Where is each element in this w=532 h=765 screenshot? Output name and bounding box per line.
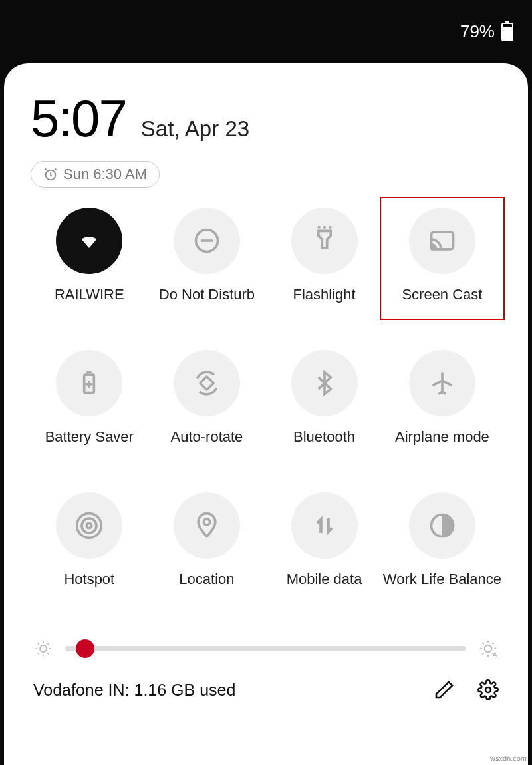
tile-label: Flashlight [293, 286, 355, 303]
tiles-grid: RAILWIRE Do Not Disturb Flashlight Scree… [31, 208, 501, 588]
airplane-icon [409, 350, 475, 416]
svg-point-14 [82, 518, 96, 533]
brightness-low-icon [33, 639, 53, 659]
settings-icon[interactable] [477, 679, 499, 700]
edit-icon[interactable] [434, 679, 455, 700]
brightness-row: A [31, 638, 501, 659]
tile-label: Do Not Disturb [159, 286, 255, 303]
tile-airplane[interactable]: Airplane mode [383, 350, 501, 446]
clock-time[interactable]: 5:07 [31, 88, 126, 149]
tile-label: Work Life Balance [383, 571, 501, 588]
svg-line-5 [329, 226, 331, 229]
battery-percent: 79% [460, 21, 495, 42]
svg-text:A: A [493, 651, 498, 659]
bluetooth-icon [291, 350, 358, 416]
tile-label: Auto-rotate [171, 428, 243, 446]
svg-point-13 [87, 523, 92, 528]
time-date-row: 5:07 Sat, Apr 23 [31, 88, 501, 149]
tile-label: Airplane mode [395, 428, 489, 446]
tile-flashlight[interactable]: Flashlight [265, 208, 383, 303]
mobile-data-icon [291, 492, 358, 559]
brightness-thumb[interactable] [76, 639, 94, 658]
battery-icon [501, 23, 513, 41]
alarm-text: Sun 6:30 AM [63, 166, 147, 183]
tile-screen-cast[interactable]: Screen Cast [383, 208, 501, 303]
dnd-icon [174, 208, 240, 274]
highlight-box [380, 197, 505, 320]
status-bar: 79% [0, 0, 532, 63]
tile-label: Bluetooth [293, 428, 355, 446]
tile-label: Location [179, 571, 234, 588]
svg-point-22 [485, 687, 491, 692]
battery-saver-icon [56, 350, 122, 416]
work-life-icon [409, 492, 475, 559]
tile-wifi[interactable]: RAILWIRE [31, 208, 148, 303]
tile-battery-saver[interactable]: Battery Saver [31, 350, 148, 446]
tile-label: Hotspot [64, 571, 114, 588]
watermark: wsxdn.com [490, 754, 527, 762]
tile-label: RAILWIRE [55, 286, 124, 303]
svg-point-16 [203, 519, 209, 525]
tile-location[interactable]: Location [148, 492, 266, 588]
flashlight-icon [291, 208, 358, 274]
hotspot-icon [56, 492, 122, 559]
alarm-icon [43, 167, 58, 182]
clock-date[interactable]: Sat, Apr 23 [141, 116, 249, 142]
tile-dnd[interactable]: Do Not Disturb [148, 208, 266, 303]
svg-point-19 [40, 645, 47, 652]
svg-point-18 [435, 521, 440, 526]
tile-auto-rotate[interactable]: Auto-rotate [148, 350, 266, 446]
svg-point-20 [485, 645, 492, 653]
data-usage-text[interactable]: Vodafone IN: 1.16 GB used [33, 681, 235, 700]
auto-rotate-icon [174, 350, 240, 416]
tile-label: Mobile data [287, 571, 362, 588]
tile-work-life[interactable]: Work Life Balance [383, 492, 501, 588]
quick-settings-panel: 5:07 Sat, Apr 23 Sun 6:30 AM RAILWIRE Do… [4, 63, 528, 765]
svg-rect-12 [200, 377, 214, 390]
brightness-auto-icon[interactable]: A [477, 638, 499, 659]
alarm-chip[interactable]: Sun 6:30 AM [31, 161, 160, 188]
tile-label: Battery Saver [45, 428, 134, 446]
tile-bluetooth[interactable]: Bluetooth [265, 350, 383, 446]
svg-line-4 [318, 226, 319, 229]
brightness-slider[interactable] [65, 646, 466, 651]
tile-mobile-data[interactable]: Mobile data [265, 492, 383, 588]
location-icon [174, 492, 240, 559]
footer-row: Vodafone IN: 1.16 GB used [31, 679, 501, 700]
tile-hotspot[interactable]: Hotspot [31, 492, 148, 588]
wifi-icon [56, 208, 122, 274]
